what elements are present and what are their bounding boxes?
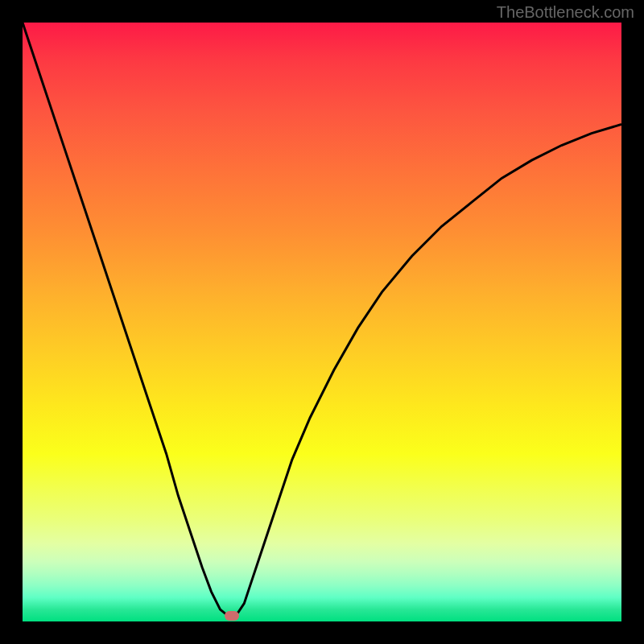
optimal-point-marker	[225, 611, 239, 621]
watermark-text: TheBottleneck.com	[497, 3, 634, 22]
chart-plot-area	[23, 23, 621, 621]
bottleneck-curve	[23, 23, 621, 621]
